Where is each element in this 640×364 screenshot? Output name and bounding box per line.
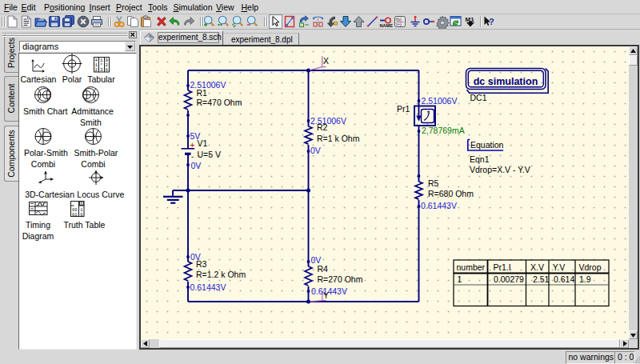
svg-text:R4: R4 bbox=[318, 264, 329, 274]
svg-text:R3: R3 bbox=[196, 259, 207, 269]
svg-text:Eqn1: Eqn1 bbox=[470, 154, 490, 164]
svg-text:DC1: DC1 bbox=[470, 93, 487, 102]
svg-text:1.9: 1.9 bbox=[579, 274, 591, 284]
svg-text:0V: 0V bbox=[191, 161, 202, 170]
svg-text:0.61443V: 0.61443V bbox=[311, 286, 347, 296]
svg-text:U=5 V: U=5 V bbox=[198, 150, 221, 159]
svg-text:Equation: Equation bbox=[470, 140, 504, 150]
svg-text:Vdrop=X.V - Y.V: Vdrop=X.V - Y.V bbox=[470, 165, 530, 174]
svg-text:-: - bbox=[191, 152, 194, 161]
svg-text:0.61443V: 0.61443V bbox=[190, 282, 226, 292]
svg-text:X: X bbox=[323, 56, 329, 66]
svg-text:R=1 k Ohm: R=1 k Ohm bbox=[317, 134, 360, 143]
svg-text:Y: Y bbox=[323, 290, 329, 300]
svg-text:x+y: x+y bbox=[396, 22, 402, 26]
svg-text:0.61443V: 0.61443V bbox=[421, 201, 457, 210]
svg-text:2.78769mA: 2.78769mA bbox=[422, 126, 465, 135]
svg-text:R1: R1 bbox=[197, 88, 208, 98]
svg-text:R=270 Ohm: R=270 Ohm bbox=[318, 274, 363, 284]
svg-text:R2: R2 bbox=[317, 122, 328, 132]
svg-text:R=680 Ohm: R=680 Ohm bbox=[428, 189, 474, 198]
svg-text:2.51006V: 2.51006V bbox=[190, 80, 226, 90]
svg-text:0V: 0V bbox=[310, 146, 321, 155]
svg-text:NAME: NAME bbox=[380, 23, 394, 28]
svg-text:R5: R5 bbox=[428, 178, 439, 188]
svg-text:number: number bbox=[457, 262, 486, 272]
svg-text:0.614: 0.614 bbox=[554, 274, 574, 284]
svg-text:0.00279: 0.00279 bbox=[494, 274, 524, 284]
svg-text:V1: V1 bbox=[198, 138, 208, 148]
svg-text:?: ? bbox=[489, 17, 494, 26]
svg-text:Vdrop: Vdrop bbox=[579, 262, 602, 272]
svg-text:Y.V: Y.V bbox=[553, 262, 566, 272]
svg-text:2.51006V: 2.51006V bbox=[422, 96, 458, 106]
svg-text:f(u): f(u) bbox=[396, 18, 402, 22]
svg-text:+: + bbox=[190, 141, 195, 150]
svg-text:R=470 Ohm: R=470 Ohm bbox=[197, 98, 242, 107]
svg-text:Pr1: Pr1 bbox=[397, 104, 410, 114]
svg-text:X.V: X.V bbox=[530, 262, 544, 272]
svg-text:1: 1 bbox=[458, 274, 462, 284]
svg-text:Pr1.I: Pr1.I bbox=[494, 262, 511, 272]
svg-text:R=1.2 k Ohm: R=1.2 k Ohm bbox=[196, 270, 246, 279]
svg-text:dc simulation: dc simulation bbox=[474, 76, 538, 87]
svg-text:2.51006V: 2.51006V bbox=[310, 116, 346, 126]
svg-text:2.51: 2.51 bbox=[533, 274, 550, 284]
